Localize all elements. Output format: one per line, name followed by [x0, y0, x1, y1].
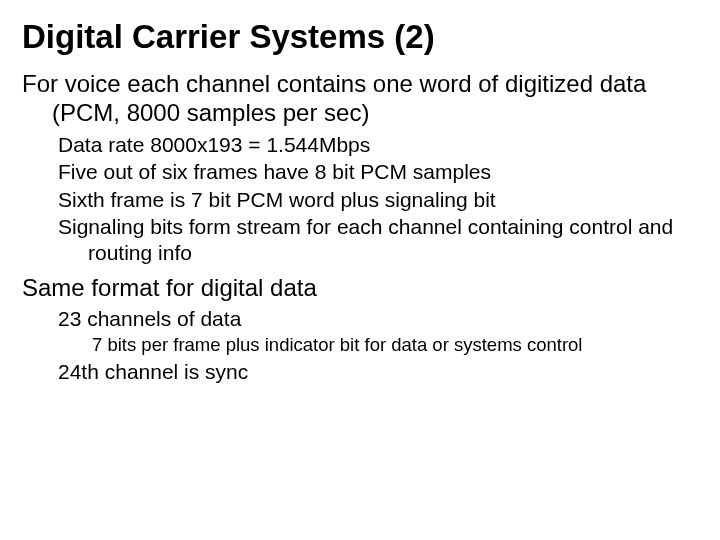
- bullet-signaling: Signaling bits form stream for each chan…: [22, 214, 698, 265]
- bullet-five-frames: Five out of six frames have 8 bit PCM sa…: [22, 159, 698, 185]
- slide-title: Digital Carrier Systems (2): [22, 18, 698, 56]
- bullet-23-channels: 23 channels of data: [22, 306, 698, 332]
- bullet-7-bits: 7 bits per frame plus indicator bit for …: [22, 334, 698, 357]
- bullet-datarate: Data rate 8000x193 = 1.544Mbps: [22, 132, 698, 158]
- slide: Digital Carrier Systems (2) For voice ea…: [0, 0, 720, 384]
- bullet-voice: For voice each channel contains one word…: [22, 70, 698, 128]
- bullet-sixth-frame: Sixth frame is 7 bit PCM word plus signa…: [22, 187, 698, 213]
- bullet-24th-channel: 24th channel is sync: [22, 359, 698, 385]
- bullet-same-format: Same format for digital data: [22, 274, 698, 303]
